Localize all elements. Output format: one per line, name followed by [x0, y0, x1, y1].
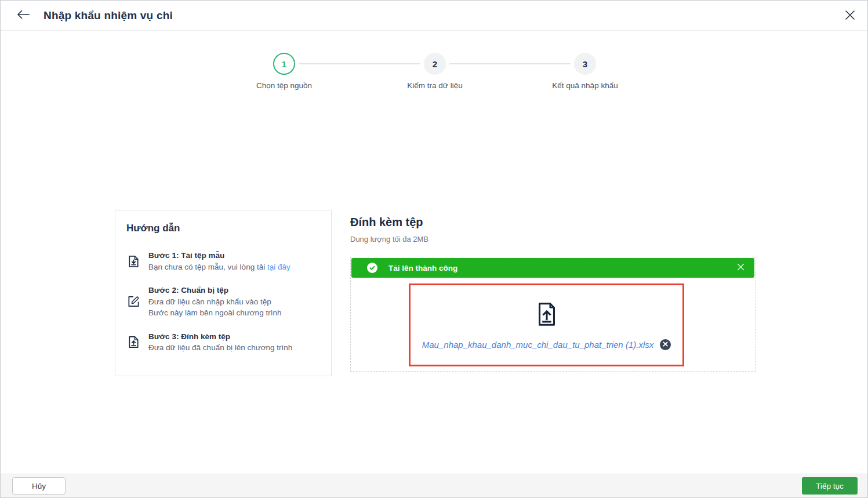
step-1-label: Chọn tệp nguồn — [220, 81, 348, 90]
instruction-step-2-text: Bước 2: Chuẩn bị tệp Đưa dữ liệu cần nhậ… — [148, 285, 281, 319]
attached-file-row: Mau_nhap_khau_danh_muc_chi_dau_tu_phat_t… — [422, 339, 671, 350]
upload-success-banner: Tải lên thành công — [351, 258, 754, 278]
instruction-step-3-desc: Đưa dữ liệu đã chuẩn bị lên chương trình — [148, 343, 292, 352]
close-dialog-button[interactable] — [842, 8, 858, 23]
banner-close-icon — [737, 263, 744, 272]
step-3-number: 3 — [583, 59, 587, 69]
step-1-circle: 1 — [273, 53, 295, 75]
step-connector-2 — [449, 63, 571, 64]
dialog-footer: Hủy Tiếp tục — [1, 474, 867, 497]
file-download-icon — [126, 255, 140, 268]
download-template-link[interactable]: tại đây — [267, 263, 290, 271]
attach-section-title: Đính kèm tệp — [350, 216, 423, 229]
continue-button[interactable]: Tiếp tục — [802, 477, 858, 495]
attach-size-limit: Dung lượng tối đa 2MB — [350, 235, 428, 243]
instruction-step-3-title: Bước 3: Đính kèm tệp — [148, 331, 292, 343]
file-upload-icon — [126, 335, 140, 349]
instruction-step-1-desc: Bạn chưa có tệp mẫu, vui lòng tải — [148, 263, 267, 271]
check-circle-icon — [367, 263, 377, 273]
step-2-label: Kiểm tra dữ liệu — [371, 81, 499, 90]
cancel-button[interactable]: Hủy — [12, 477, 66, 495]
close-icon — [845, 10, 855, 22]
page-title: Nhập khẩu nhiệm vụ chi — [43, 9, 173, 22]
import-wizard-dialog: Nhập khẩu nhiệm vụ chi 1 Chọn tệp nguồn … — [0, 0, 868, 498]
attached-file-link[interactable]: Mau_nhap_khau_danh_muc_chi_dau_tu_phat_t… — [422, 340, 653, 350]
success-message: Tải lên thành công — [388, 264, 457, 272]
instruction-step-2-desc-line-2: Bước này làm bên ngoài chương trình — [148, 308, 281, 317]
step-1-number: 1 — [282, 59, 286, 69]
instruction-step-1-title: Bước 1: Tải tệp mẫu — [148, 250, 290, 261]
instruction-step-2: Bước 2: Chuẩn bị tệp Đưa dữ liệu cần nhậ… — [126, 285, 320, 319]
instructions-panel: Hướng dẫn Bước 1: Tải tệp mẫu Bạn chưa c… — [115, 210, 332, 376]
instruction-step-3: Bước 3: Đính kèm tệp Đưa dữ liệu đã chuẩ… — [126, 331, 320, 354]
dialog-header: Nhập khẩu nhiệm vụ chi — [1, 1, 867, 31]
instructions-title: Hướng dẫn — [126, 223, 320, 234]
instruction-step-2-title: Bước 2: Chuẩn bị tệp — [148, 285, 281, 296]
file-dropzone[interactable]: Mau_nhap_khau_danh_muc_chi_dau_tu_phat_t… — [409, 283, 684, 366]
instruction-step-2-desc-line-1: Đưa dữ liệu cần nhập khẩu vào tệp — [148, 297, 271, 306]
instruction-step-1-text: Bước 1: Tải tệp mẫu Bạn chưa có tệp mẫu,… — [148, 250, 290, 272]
arrow-left-icon — [17, 10, 30, 21]
x-circle-icon — [663, 339, 668, 350]
upload-file-icon — [533, 301, 560, 330]
back-button[interactable] — [16, 8, 31, 23]
instruction-step-1: Bước 1: Tải tệp mẫu Bạn chưa có tệp mẫu,… — [126, 250, 320, 272]
instruction-step-3-text: Bước 3: Đính kèm tệp Đưa dữ liệu đã chuẩ… — [148, 331, 292, 354]
step-3-label: Kết quả nhập khẩu — [521, 81, 649, 90]
banner-close-button[interactable] — [733, 261, 747, 275]
remove-file-button[interactable] — [660, 339, 671, 350]
upload-area: Tải lên thành công Mau_nhap_khau_danh_mu… — [350, 257, 756, 372]
step-3-circle: 3 — [574, 53, 596, 75]
step-2-circle: 2 — [424, 53, 446, 75]
step-connector-1 — [299, 63, 420, 64]
step-2-number: 2 — [433, 59, 437, 69]
file-edit-icon — [126, 295, 140, 308]
